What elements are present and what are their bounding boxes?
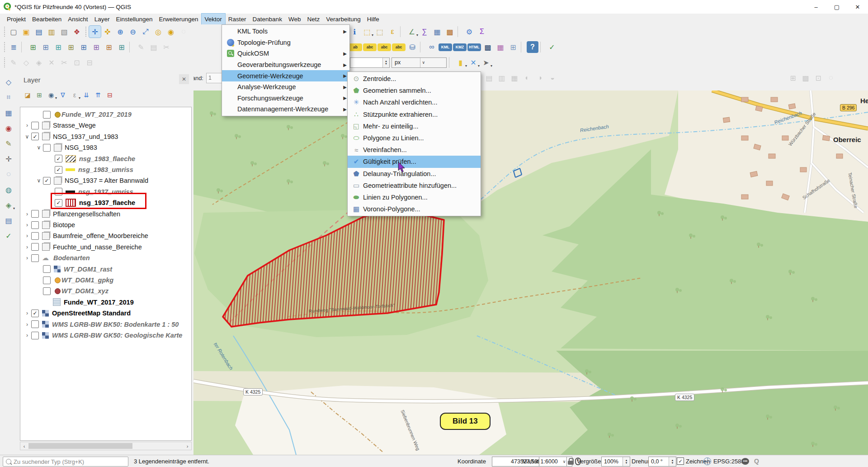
processing-toolbox-icon[interactable]: ⚙ xyxy=(463,26,475,38)
zoom-to-layer-icon[interactable]: ◎ xyxy=(152,26,164,38)
submenu-item-zentroide-[interactable]: ⊙Zentroide... xyxy=(348,73,481,85)
raster-stretch-icon[interactable]: ▤ xyxy=(483,72,495,84)
lock-scale-icon[interactable] xyxy=(568,457,574,466)
menubar-item-bearbeiten[interactable]: Bearbeiten xyxy=(29,14,65,24)
menubar-item-web[interactable]: Web xyxy=(285,14,304,24)
show-layout-manager-icon[interactable]: ▧ xyxy=(58,26,70,38)
submenu-item-geometrieattribute-hinzuf-gen-[interactable]: ▭Geometrieattribute hinzufügen... xyxy=(348,180,481,191)
raster-calc-icon[interactable]: ▩ xyxy=(800,72,811,84)
collapse-icon[interactable]: ∨ xyxy=(35,177,43,184)
table-gear-icon[interactable]: ⊞ xyxy=(507,41,519,53)
add-vector-layer-icon[interactable]: ⊞ xyxy=(27,41,39,53)
layer-tree-item[interactable]: ✓nsg_1983_flaeche xyxy=(20,153,192,164)
delete-selected-icon[interactable]: ✕ xyxy=(46,57,57,68)
collapse-icon[interactable]: ∨ xyxy=(23,133,31,140)
filter-expression-icon[interactable]: ε▾ xyxy=(69,90,80,100)
checker-layer-icon[interactable]: ▩ xyxy=(482,41,494,53)
database-icon[interactable]: ⛁ xyxy=(406,41,418,53)
add-raster-layer-icon[interactable]: ⊞ xyxy=(40,41,52,53)
open-project-icon[interactable]: ▣ xyxy=(20,26,32,38)
layer-checkbox[interactable] xyxy=(43,287,51,295)
submenu-item-polygone-zu-linien-[interactable]: ⬭Polygone zu Linien... xyxy=(348,132,481,144)
layer-tree-item[interactable]: ∨✓NSG_1937_und_1983 xyxy=(20,131,192,142)
layer-checkbox[interactable] xyxy=(31,232,39,240)
expand-icon[interactable]: › xyxy=(23,233,31,239)
layer-checkbox[interactable]: ✓ xyxy=(43,177,51,185)
layer-checkbox[interactable] xyxy=(31,243,39,251)
pan-to-selection-icon[interactable]: ✜ xyxy=(102,26,113,38)
submenu-item-g-ltigkeit-pr-fen-[interactable]: ✔Gültigkeit prüfen... xyxy=(348,156,481,167)
layer-tree-item[interactable]: ›✓OpenStreetMap Standard xyxy=(20,308,192,319)
add-wfs-layer-icon[interactable]: ⊞ xyxy=(116,41,127,53)
raster-gamma-icon[interactable]: ◒ xyxy=(547,72,558,84)
layer-tree-item[interactable]: WT_DGM1_xyz xyxy=(20,286,192,296)
manage-visibility-icon[interactable]: ◉▾ xyxy=(46,90,57,100)
vertex-tool-icon[interactable]: ◈ xyxy=(33,57,45,68)
layer-checkbox[interactable] xyxy=(31,254,39,262)
menu-item-forschungswerkzeuge[interactable]: Forschungswerkzeuge▶ xyxy=(222,93,349,104)
grid-tool-icon[interactable]: ▤ xyxy=(3,214,14,226)
expand-icon[interactable]: › xyxy=(23,211,31,217)
zoom-full-icon[interactable]: ⤢ xyxy=(140,26,151,38)
save-edits-icon[interactable]: ▤ xyxy=(148,41,160,53)
layer-tree-item[interactable]: ∨✓NSG_1937 = Alter Bannwald xyxy=(20,175,192,186)
cut-icon[interactable]: ✂ xyxy=(58,57,70,68)
label-show-icon[interactable]: abc xyxy=(363,43,377,51)
menu-item-topologie-pr-fung[interactable]: Topologie-Prüfung xyxy=(222,37,349,48)
add-mesh-layer-icon[interactable]: ⊞ xyxy=(52,41,64,53)
spinner-arrows-icon[interactable]: ▲▼ xyxy=(623,457,630,466)
spinner-arrows-icon[interactable]: ▲▼ xyxy=(382,58,389,67)
unit-combobox[interactable]: px∨ xyxy=(392,57,447,68)
layer-tree-item[interactable]: ›Strasse_Wege xyxy=(20,120,192,131)
layer-checkbox[interactable] xyxy=(43,111,51,119)
menubar-item-einstellungen[interactable]: Einstellungen xyxy=(113,14,156,24)
expand-icon[interactable]: › xyxy=(23,122,31,129)
help-icon[interactable]: ? xyxy=(527,41,538,53)
paste-icon[interactable]: ⊟ xyxy=(84,57,95,68)
vector-dropdown-icon[interactable]: ◈▾ xyxy=(3,199,14,211)
new-project-icon[interactable]: ▢ xyxy=(8,26,19,38)
submenu-item-geometrien-sammeln-[interactable]: ⬟Geometrien sammeln... xyxy=(348,85,481,96)
kml-export-icon[interactable]: KML xyxy=(439,43,452,51)
locator-search[interactable]: Zu suchender Typ (Strg+K) xyxy=(3,457,128,467)
zoom-to-selection-icon[interactable]: ◉ xyxy=(165,26,177,38)
scrollbar-thumb[interactable] xyxy=(28,443,132,449)
add-feature-icon[interactable]: ◇ xyxy=(20,57,32,68)
menubar-item-erweiterungen[interactable]: Erweiterungen xyxy=(156,14,201,24)
menubar-item-netz[interactable]: Netz xyxy=(304,14,323,24)
pan-map-icon[interactable]: ✛ xyxy=(89,26,101,38)
current-edits-icon[interactable]: ✎ xyxy=(8,57,19,68)
menubar-item-raster[interactable]: Raster xyxy=(225,14,250,24)
layer-tree-item[interactable]: ✓nsg_1983_umriss xyxy=(20,164,192,175)
check-tool-icon[interactable]: ✓ xyxy=(3,230,14,242)
layer-tree-item[interactable]: ›WMS LGRB-BW GK50: Geologische Karte xyxy=(20,330,192,341)
add-postgis-layer-icon[interactable]: ⊞ xyxy=(78,41,90,53)
circle-tool-icon[interactable]: ◌ xyxy=(3,168,14,180)
color-grid-icon[interactable]: ▦ xyxy=(495,41,506,53)
scroll-right-icon[interactable]: › xyxy=(184,443,191,449)
vertex-editor-icon[interactable]: ◇ xyxy=(3,76,14,88)
layer-tree-item[interactable]: ›WMS LGRB-BW BK50: Bodenkarte 1 : 50 xyxy=(20,319,192,330)
add-spatialite-layer-icon[interactable]: ⊞ xyxy=(90,41,102,53)
menubar-item-projekt[interactable]: Projekt xyxy=(4,14,29,24)
layer-panel-close-icon[interactable]: ✕ xyxy=(179,74,189,84)
layer-tree-item[interactable]: WT_DGM1_gpkg xyxy=(20,275,192,286)
rotation-spinbox[interactable]: 0,0 ° ▲▼ xyxy=(648,457,676,467)
layer-tree-item[interactable]: Funde_WT_2017_2019 xyxy=(20,297,192,308)
submenu-item-delaunay-triangulation-[interactable]: ⬟Delaunay-Triangulation... xyxy=(348,168,481,180)
collapse-icon[interactable]: ∨ xyxy=(35,144,43,151)
zoom-out-icon[interactable]: ⊖ xyxy=(127,26,139,38)
menubar-item-layer[interactable]: Layer xyxy=(91,14,113,24)
arrow-style-icon[interactable]: ➤▾ xyxy=(480,57,492,68)
measure-icon[interactable]: ∠▾ xyxy=(406,26,418,38)
expand-icon[interactable]: › xyxy=(23,321,31,328)
open-layer-styling-icon[interactable]: ◪ xyxy=(22,90,33,100)
collapse-all-icon[interactable]: ⇈ xyxy=(93,90,104,100)
layer-checkbox[interactable] xyxy=(31,320,39,328)
raster-brightness-icon[interactable]: ◐ xyxy=(521,72,533,84)
zoom-in-icon[interactable]: ⊕ xyxy=(114,26,126,38)
submenu-item-st-tzpunkte-extrahieren-[interactable]: ∴Stützpunkte extrahieren... xyxy=(348,109,481,120)
deselect-features-icon[interactable]: ⬚ xyxy=(374,26,386,38)
zoom-native-icon[interactable]: ◌ xyxy=(178,26,189,38)
expand-icon[interactable]: › xyxy=(23,244,31,250)
